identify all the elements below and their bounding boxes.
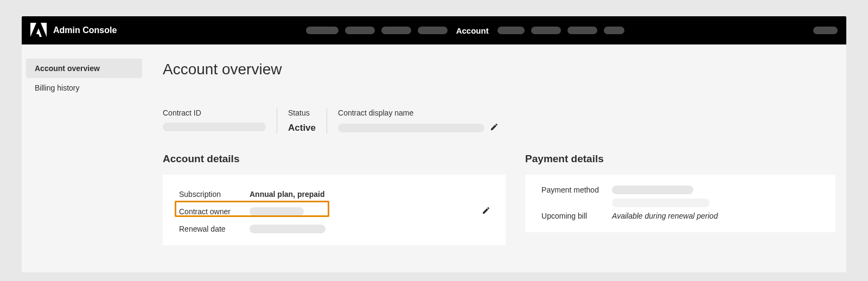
nav-tab-placeholder[interactable] (604, 27, 624, 34)
contract-id-label: Contract ID (163, 108, 266, 117)
page-title: Account overview (163, 61, 835, 78)
brand-title: Admin Console (53, 25, 117, 35)
navbar-tabs: Account (117, 26, 813, 35)
details-row: Account details Subscription Annual plan… (163, 153, 835, 245)
payment-method-value-placeholder-2 (612, 199, 710, 207)
contract-id-cell: Contract ID (163, 108, 277, 133)
contract-display-name-cell: Contract display name (327, 108, 509, 133)
sidebar-item-label: Account overview (35, 64, 100, 73)
contract-owner-value-placeholder (250, 207, 304, 216)
renewal-date-row: Renewal date (179, 220, 493, 238)
nav-tab-account[interactable]: Account (454, 26, 491, 35)
payment-method-row: Payment method (541, 186, 822, 207)
nav-right-placeholder[interactable] (813, 27, 838, 34)
navbar-brand: Admin Console (30, 23, 117, 38)
upcoming-bill-value: Available during renewal period (612, 212, 718, 220)
subscription-label: Subscription (179, 190, 250, 199)
account-details-title: Account details (163, 153, 506, 165)
upcoming-bill-label: Upcoming bill (541, 212, 612, 220)
payment-details-card: Payment method Upcoming bill Available d… (525, 175, 835, 232)
contract-status-cell: Status Active (277, 108, 327, 133)
nav-tab-placeholder[interactable] (306, 27, 339, 34)
navbar-right (813, 27, 838, 34)
upcoming-bill-row: Upcoming bill Available during renewal p… (541, 207, 822, 225)
sidebar-item-account-overview[interactable]: Account overview (26, 59, 142, 78)
contract-owner-row: Contract owner (179, 203, 493, 220)
payment-details-title: Payment details (525, 153, 835, 165)
nav-tab-placeholder[interactable] (567, 27, 597, 34)
sidebar-item-billing-history[interactable]: Billing history (26, 78, 142, 98)
body: Account overview Billing history Account… (22, 44, 846, 272)
nav-tab-placeholder[interactable] (418, 27, 448, 34)
pencil-icon[interactable] (490, 123, 499, 133)
contract-status-label: Status (288, 108, 316, 117)
payment-details-section: Payment details Payment method Upcoming … (525, 153, 835, 232)
sidebar: Account overview Billing history (22, 44, 146, 272)
nav-tab-placeholder[interactable] (345, 27, 375, 34)
renewal-date-value-placeholder (250, 225, 326, 233)
app-window: Admin Console Account Account overview B… (22, 16, 846, 272)
contract-status-value: Active (288, 123, 316, 133)
top-navbar: Admin Console Account (22, 16, 846, 44)
nav-tab-placeholder[interactable] (497, 27, 525, 34)
nav-tab-placeholder[interactable] (531, 27, 561, 34)
contract-owner-label: Contract owner (179, 207, 250, 216)
sidebar-item-label: Billing history (35, 84, 79, 92)
contract-summary: Contract ID Status Active Contract displ… (163, 108, 835, 133)
account-details-card: Subscription Annual plan, prepaid Contra… (163, 175, 506, 245)
account-details-section: Account details Subscription Annual plan… (163, 153, 506, 245)
contract-display-name-value-placeholder (338, 124, 484, 132)
contract-id-value-placeholder (163, 123, 266, 131)
contract-display-name-label: Contract display name (338, 108, 499, 117)
subscription-row: Subscription Annual plan, prepaid (179, 186, 493, 203)
adobe-logo-icon (30, 23, 47, 38)
renewal-date-label: Renewal date (179, 225, 250, 233)
payment-method-value-placeholder (612, 186, 693, 194)
subscription-value: Annual plan, prepaid (250, 190, 324, 199)
payment-method-label: Payment method (541, 186, 612, 194)
pencil-icon[interactable] (482, 206, 490, 217)
nav-tab-placeholder[interactable] (381, 27, 411, 34)
main-content: Account overview Contract ID Status Acti… (146, 44, 846, 272)
